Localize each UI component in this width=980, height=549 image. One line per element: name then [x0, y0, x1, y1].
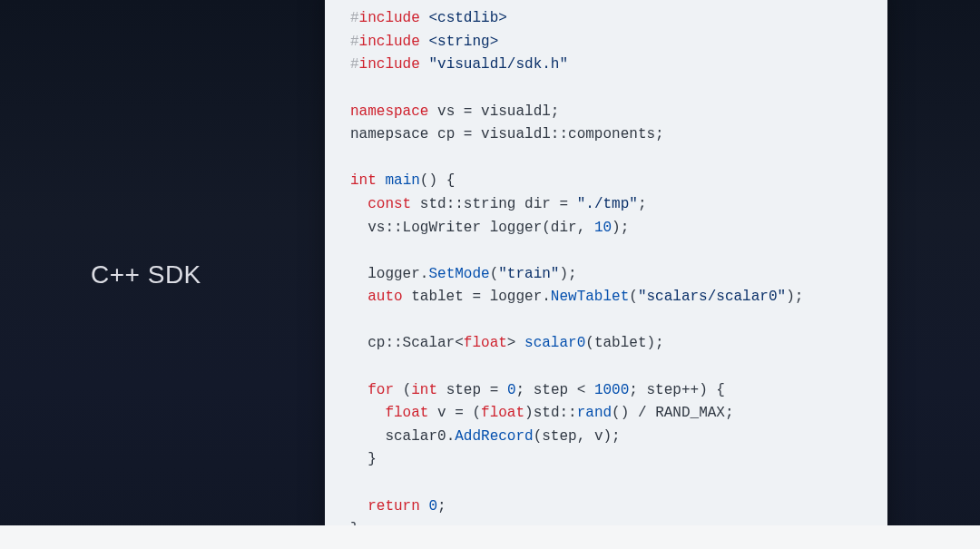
rbrace: }	[368, 451, 377, 467]
ns-vs: vs	[368, 220, 385, 236]
var-tablet: tablet	[403, 289, 464, 305]
ns-visualdl: visualdl	[481, 103, 551, 120]
tmpl-close: >	[507, 335, 516, 351]
lt: <	[568, 382, 594, 398]
fn-newtablet: NewTablet	[551, 289, 629, 305]
type-float: float	[481, 405, 524, 421]
semi: ;	[655, 126, 664, 142]
rparen: )	[621, 405, 630, 421]
scope: ::	[385, 335, 402, 351]
cast-open: (	[472, 405, 481, 421]
cond-sep: ;	[629, 382, 646, 398]
arg-dir: dir	[551, 220, 577, 236]
rparen: )	[603, 428, 612, 445]
lparen: (	[403, 382, 412, 398]
fn-setmode: SetMode	[428, 266, 489, 282]
semi: ;	[568, 266, 577, 282]
kw-for: for	[368, 382, 394, 398]
lparen: (	[612, 405, 621, 421]
kw-return: return	[368, 498, 420, 515]
ident-randmax: RAND_MAX	[655, 405, 725, 421]
var-logger: logger	[481, 220, 542, 236]
arg-tablet: tablet	[594, 335, 647, 351]
code-panel: #include <cstdlib> #include <string> #in…	[325, 0, 887, 549]
logger-ident: logger	[368, 266, 420, 282]
fn-main: main	[385, 172, 419, 189]
slide-root: C++ SDK #include <cstdlib> #include <str…	[0, 0, 980, 549]
lparen: (	[420, 172, 429, 189]
step-inc: step++	[647, 382, 700, 398]
type-scalar: Scalar	[403, 335, 456, 351]
arg-step: step	[542, 428, 576, 445]
semi: ;	[725, 405, 734, 421]
code-block: #include <cstdlib> #include <string> #in…	[350, 7, 862, 542]
dot: .	[420, 266, 429, 282]
rparen: )	[786, 289, 795, 305]
hdr-visualdl: "visualdl/sdk.h"	[428, 56, 568, 73]
lparen: (	[490, 266, 499, 282]
hash: #	[350, 34, 359, 50]
cast-close: )	[524, 405, 534, 421]
dot: .	[446, 428, 456, 445]
cond-sep: ;	[515, 382, 533, 398]
semi: ;	[655, 335, 664, 351]
kw-include: include	[359, 34, 420, 50]
slide-title: C++ SDK	[91, 260, 309, 289]
ret-0: 0	[420, 498, 437, 515]
lbrace: {	[437, 172, 455, 189]
hash: #	[350, 10, 359, 26]
semi: ;	[437, 498, 446, 515]
ns-std: std	[534, 405, 560, 421]
kw-auto: auto	[368, 289, 402, 305]
type-float: float	[385, 405, 428, 421]
dot: .	[542, 289, 551, 305]
ns-cp: cp	[368, 335, 385, 351]
str-scalar-path: "scalars/scalar0"	[638, 289, 786, 305]
ns-components: components	[568, 126, 655, 142]
rparen: )	[559, 266, 568, 282]
alias-vs: vs	[437, 103, 455, 120]
rparen: )	[612, 220, 621, 236]
ns-visualdl: visualdl	[481, 126, 551, 142]
type-logwriter: LogWriter	[403, 220, 481, 236]
fn-addrecord: AddRecord	[455, 428, 533, 445]
semi: ;	[638, 196, 647, 212]
tmpl-open: <	[455, 335, 464, 351]
type-float: float	[464, 335, 507, 351]
type-int: int	[411, 382, 437, 398]
semi: ;	[612, 428, 621, 445]
semi: ;	[551, 103, 560, 120]
eq: =	[481, 382, 507, 398]
scope: ::	[446, 196, 464, 212]
semi: ;	[795, 289, 804, 305]
semi: ;	[621, 220, 630, 236]
footer-strip	[0, 525, 980, 549]
rparen: )	[428, 172, 437, 189]
lparen: (	[585, 335, 594, 351]
fn-scalar0: scalar0	[524, 335, 585, 351]
var-step: step	[437, 382, 481, 398]
var-dir: dir	[515, 196, 550, 212]
lparen: (	[542, 220, 551, 236]
kw-const: const	[368, 196, 411, 212]
eq: =	[455, 103, 481, 120]
rparen: )	[647, 335, 656, 351]
comma: ,	[577, 220, 594, 236]
type-string: string	[464, 196, 516, 212]
scope: ::	[551, 126, 568, 142]
eq: =	[446, 405, 473, 421]
eq: =	[464, 289, 490, 305]
fn-rand: rand	[577, 405, 612, 421]
num-10: 10	[594, 220, 612, 236]
str-tmp: "./tmp"	[577, 196, 638, 212]
hash: #	[350, 56, 359, 73]
kw-namepsace-typo: namepsace	[350, 126, 428, 142]
logger-ident: logger	[490, 289, 543, 305]
kw-namespace: namespace	[350, 103, 428, 120]
type-int: int	[350, 172, 377, 189]
lparen: (	[534, 428, 543, 445]
lparen: (	[629, 289, 638, 305]
hdr-cstdlib: <cstdlib>	[428, 10, 506, 26]
hdr-string: <string>	[428, 34, 498, 50]
kw-include: include	[359, 56, 420, 73]
